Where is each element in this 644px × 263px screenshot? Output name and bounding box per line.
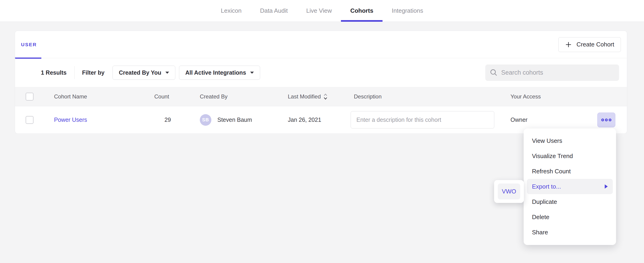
more-actions-button[interactable] [597, 113, 615, 127]
submenu-arrow-icon [605, 184, 608, 189]
search-icon [490, 68, 498, 77]
cohort-count: 29 [164, 116, 200, 123]
table-header: Cohort Name Count Created By Last Modifi… [15, 87, 627, 106]
tab-user[interactable]: USER [21, 42, 37, 47]
avatar: SB [200, 114, 211, 126]
column-last-modified[interactable]: Last Modified [288, 93, 321, 100]
menu-item-label: View Users [532, 137, 562, 144]
menu-item-refresh-count[interactable]: Refresh Count [524, 164, 616, 179]
menu-item-label: Delete [532, 213, 549, 221]
sort-icon[interactable] [323, 93, 328, 100]
created-by-dropdown[interactable]: Created By You [112, 66, 175, 80]
menu-item-label: Export to... [532, 183, 561, 190]
column-created-by[interactable]: Created By [200, 93, 288, 100]
menu-item-visualize-trend[interactable]: Visualize Trend [524, 148, 616, 164]
column-description[interactable]: Description [354, 93, 510, 100]
column-your-access[interactable]: Your Access [510, 93, 627, 100]
description-input[interactable] [351, 111, 494, 128]
chevron-down-icon [166, 72, 169, 74]
export-submenu: VWO [494, 180, 524, 203]
cohorts-panel: USER Create Cohort 1 Results Filter by C… [15, 31, 627, 133]
top-nav-bar: Lexicon Data Audit Live View Cohorts Int… [0, 0, 644, 22]
submenu-item-vwo[interactable]: VWO [498, 183, 520, 199]
access-value: Owner [510, 116, 528, 123]
chevron-down-icon [250, 72, 254, 74]
column-cohort-name[interactable]: Cohort Name [54, 93, 154, 100]
create-cohort-button[interactable]: Create Cohort [558, 37, 621, 52]
filter-row: 1 Results Filter by Created By You All A… [15, 58, 627, 87]
menu-item-label: Duplicate [532, 198, 557, 205]
menu-item-view-users[interactable]: View Users [524, 133, 616, 148]
create-cohort-label: Create Cohort [576, 41, 614, 48]
select-all-checkbox[interactable] [26, 93, 34, 101]
column-count[interactable]: Count [154, 93, 200, 100]
created-by-name: Steven Baum [217, 116, 252, 123]
integrations-dropdown-label: All Active Integrations [185, 69, 246, 76]
panel-header: USER Create Cohort [15, 31, 627, 58]
tab-lexicon[interactable]: Lexicon [212, 0, 251, 22]
menu-item-delete[interactable]: Delete [524, 209, 616, 225]
tab-data-audit[interactable]: Data Audit [251, 0, 297, 22]
cohort-name-link[interactable]: Power Users [54, 116, 154, 123]
menu-item-share[interactable]: Share [524, 225, 616, 240]
results-count: 1 Results [41, 69, 66, 76]
integrations-dropdown[interactable]: All Active Integrations [179, 66, 260, 80]
tab-integrations[interactable]: Integrations [382, 0, 432, 22]
more-dot-icon [605, 119, 608, 121]
user-tab-underline [15, 58, 41, 59]
menu-item-label: Share [532, 229, 548, 236]
filter-by-label: Filter by [82, 69, 104, 76]
search-cohorts-box[interactable] [485, 65, 619, 81]
tab-cohorts[interactable]: Cohorts [341, 0, 382, 22]
menu-item-duplicate[interactable]: Duplicate [524, 194, 616, 209]
menu-item-export-to[interactable]: Export to... [527, 179, 613, 194]
menu-item-label: Visualize Trend [532, 153, 573, 160]
row-checkbox[interactable] [26, 116, 34, 124]
more-dot-icon [601, 119, 604, 121]
menu-item-label: Refresh Count [532, 168, 571, 175]
plus-icon [565, 41, 572, 48]
row-context-menu: View Users Visualize Trend Refresh Count… [524, 128, 616, 245]
search-input[interactable] [501, 69, 614, 76]
last-modified-date: Jan 26, 2021 [288, 116, 354, 123]
created-by-dropdown-label: Created By You [119, 69, 161, 76]
tab-live-view[interactable]: Live View [297, 0, 341, 22]
more-dot-icon [609, 119, 612, 121]
